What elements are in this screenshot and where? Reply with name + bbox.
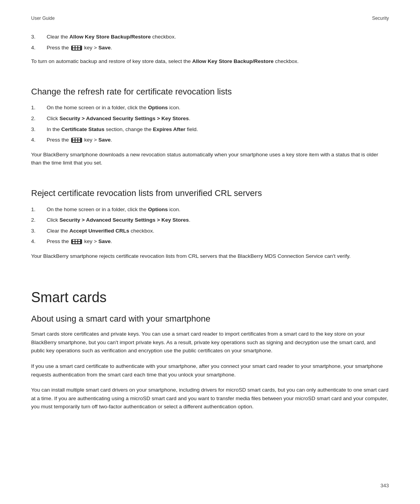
bold-accept-crls: Accept Unverified CRLs	[70, 228, 130, 234]
list-number: 3.	[31, 125, 47, 134]
menu-key-icon	[71, 46, 82, 51]
list-number: 2.	[31, 114, 47, 123]
bold-path: Security > Advanced Security Settings > …	[60, 217, 189, 223]
list-content: In the Certificate Status section, chang…	[47, 125, 389, 134]
list-number: 1.	[31, 205, 47, 214]
page-number: 343	[380, 483, 389, 488]
section2-list: 1. On the home screen or in a folder, cl…	[31, 205, 389, 246]
bold-options: Options	[148, 206, 168, 212]
list-number: 4.	[31, 237, 47, 246]
list-item: 4. Press the key > Save.	[31, 44, 389, 52]
section1-heading: Change the refresh rate for certificate …	[31, 86, 389, 98]
list-content: Press the key > Save.	[47, 237, 389, 246]
page-header: User Guide Security	[31, 16, 389, 21]
list-number: 1.	[31, 103, 47, 112]
bold-path: Security > Advanced Security Settings > …	[60, 116, 189, 121]
header-right: Security	[372, 16, 389, 21]
intro-list: 3. Clear the Allow Key Store Backup/Rest…	[31, 33, 389, 52]
save-label: Save	[98, 45, 111, 51]
save-label: Save	[98, 137, 111, 143]
smart-card-para2: If you use a smart card certificate to a…	[31, 362, 389, 379]
header-left: User Guide	[31, 16, 55, 21]
list-item: 4. Press the key > Save.	[31, 237, 389, 246]
big-section-heading: Smart cards	[31, 285, 389, 306]
list-number: 4.	[31, 136, 47, 144]
list-item: 2. Click Security > Advanced Security Se…	[31, 114, 389, 123]
section2-note: Your BlackBerry smartphone rejects certi…	[31, 252, 389, 261]
list-content: On the home screen or in a folder, click…	[47, 103, 389, 112]
subsection-heading: About using a smart card with your smart…	[31, 313, 389, 325]
bold-label: Allow Key Store Backup/Restore	[70, 34, 151, 40]
list-item: 3. In the Certificate Status section, ch…	[31, 125, 389, 134]
key-icon-inner	[73, 138, 80, 142]
list-content: On the home screen or in a folder, click…	[47, 205, 389, 214]
list-content: Click Security > Advanced Security Setti…	[47, 216, 389, 224]
list-item: 1. On the home screen or in a folder, cl…	[31, 205, 389, 214]
section2: Reject certificate revocation lists from…	[31, 174, 389, 261]
section1: Change the refresh rate for certificate …	[31, 73, 389, 167]
section1-note: Your BlackBerry smartphone downloads a n…	[31, 150, 389, 167]
menu-key-icon	[71, 239, 82, 244]
key-icon-inner	[73, 240, 80, 244]
bold-expires: Expires After	[153, 126, 186, 132]
list-item: 2. Click Security > Advanced Security Se…	[31, 216, 389, 224]
list-content: Press the key > Save.	[47, 44, 389, 52]
menu-key-icon	[71, 138, 82, 143]
key-icon-inner	[73, 46, 80, 50]
list-content: Clear the Allow Key Store Backup/Restore…	[47, 33, 389, 41]
list-content: Press the key > Save.	[47, 136, 389, 144]
bold-cert-status: Certificate Status	[61, 126, 105, 132]
bold-options: Options	[148, 105, 168, 110]
bold-allow-key: Allow Key Store Backup/Restore	[192, 58, 273, 64]
list-item: 4. Press the key > Save.	[31, 136, 389, 144]
page-container: User Guide Security 3. Clear the Allow K…	[0, 0, 420, 442]
big-section: Smart cards About using a smart card wit…	[31, 268, 389, 411]
smart-card-para1: Smart cards store certificates and priva…	[31, 330, 389, 355]
section1-list: 1. On the home screen or in a folder, cl…	[31, 103, 389, 144]
list-number: 2.	[31, 216, 47, 224]
list-item: 3. Clear the Allow Key Store Backup/Rest…	[31, 33, 389, 41]
list-item: 1. On the home screen or in a folder, cl…	[31, 103, 389, 112]
list-number: 3.	[31, 227, 47, 235]
section2-heading: Reject certificate revocation lists from…	[31, 188, 389, 199]
smart-card-para3: You can install multiple smart card driv…	[31, 386, 389, 411]
list-content: Click Security > Advanced Security Setti…	[47, 114, 389, 123]
page-footer: 343	[380, 483, 389, 488]
list-content: Clear the Accept Unverified CRLs checkbo…	[47, 227, 389, 235]
list-item: 3. Clear the Accept Unverified CRLs chec…	[31, 227, 389, 235]
list-number: 3.	[31, 33, 47, 41]
save-label: Save	[98, 238, 111, 244]
intro-paragraph: To turn on automatic backup and restore …	[31, 57, 389, 66]
list-number: 4.	[31, 44, 47, 52]
